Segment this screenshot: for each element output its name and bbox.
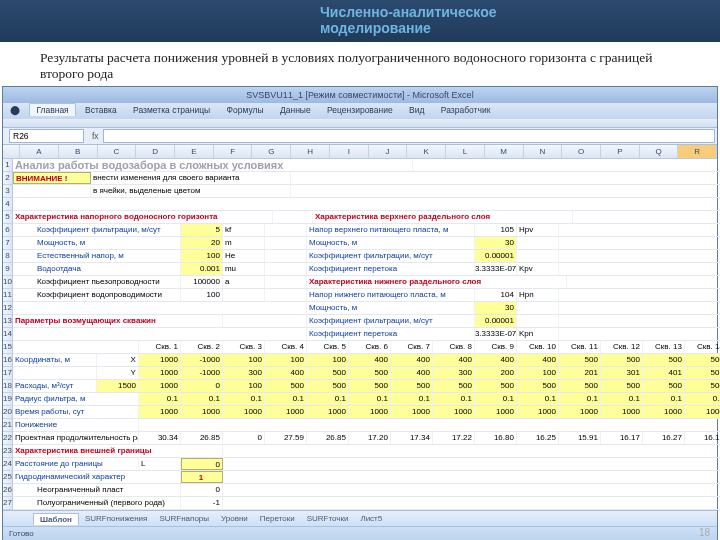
p3-2: Коэффициент фильтрации, м/сут — [307, 315, 475, 327]
wr4: Время работы, сут — [13, 406, 139, 418]
col-G[interactable]: G — [252, 145, 291, 158]
wr3: Радиус фильтра, м — [13, 393, 139, 405]
col-B[interactable]: B — [59, 145, 98, 158]
col-R[interactable]: R — [678, 145, 717, 158]
p2-0: Напор верхнего питающего пласта, м — [307, 224, 475, 236]
bound-0: Расстояние до границы — [13, 458, 139, 470]
p1-0: Коэффициент фильтрации, м/сут — [13, 224, 181, 236]
office-button[interactable]: ⬤ — [3, 103, 27, 117]
v2-1[interactable]: 30 — [475, 237, 517, 249]
col-M[interactable]: M — [485, 145, 524, 158]
cell-area[interactable]: Анализ работы водозабора в сложных услов… — [13, 159, 720, 510]
tab-view[interactable]: Вид — [402, 103, 431, 117]
well-header-row: Скв. 1Скв. 2Скв. 3Скв. 4Скв. 5Скв. 6Скв.… — [13, 341, 720, 354]
v3-2[interactable]: 0.00001 — [475, 315, 517, 327]
p1-1: Мощность, м — [13, 237, 181, 249]
v2-2[interactable]: 0.00001 — [475, 250, 517, 262]
u2-3: Kpv — [517, 263, 559, 275]
sheet-tab-2[interactable]: SURFнапоры — [153, 513, 215, 524]
p2-1: Мощность, м — [307, 237, 475, 249]
tab-dev[interactable]: Разработчик — [434, 103, 498, 117]
p1-5: Коэффициент водопроводимости — [13, 289, 181, 301]
col-D[interactable]: D — [136, 145, 175, 158]
spreadsheet-grid[interactable]: 1234567891011121314151617181920212223242… — [3, 159, 717, 510]
col-I[interactable]: I — [330, 145, 369, 158]
tab-formulas[interactable]: Формулы — [220, 103, 271, 117]
u2-1 — [517, 237, 559, 249]
v1-3[interactable]: 0.001 — [181, 263, 223, 275]
v2-0: 105 — [475, 224, 517, 236]
sheet-tab-6[interactable]: Лист5 — [354, 513, 388, 524]
p3-1: Мощность, м — [307, 302, 475, 314]
select-all[interactable] — [3, 145, 20, 158]
col-O[interactable]: O — [562, 145, 601, 158]
attention-text2: в ячейки, выделеные цветом — [91, 185, 291, 197]
section2-title: Характеристика верхнего раздельного слоя — [313, 211, 573, 223]
sheet-tab-5[interactable]: SURFточки — [301, 513, 355, 524]
tab-insert[interactable]: Вставка — [78, 103, 124, 117]
sheet-tab-active[interactable]: Шаблон — [33, 513, 79, 525]
col-Q[interactable]: Q — [640, 145, 679, 158]
tab-data[interactable]: Данные — [273, 103, 318, 117]
col-E[interactable]: E — [175, 145, 214, 158]
u1-4: a — [223, 276, 265, 288]
v3-1[interactable]: 30 — [475, 302, 517, 314]
section4-title: Параметры возмущающих скважин — [13, 315, 223, 327]
name-box[interactable]: R26 — [9, 129, 84, 143]
u3-1 — [517, 302, 559, 314]
tab-layout[interactable]: Разметка страницы — [126, 103, 217, 117]
v3-0: 104 — [475, 289, 517, 301]
col-P[interactable]: P — [601, 145, 640, 158]
column-headers: A B C D E F G H I J K L M N O P Q R — [3, 145, 717, 159]
sheet-tab-3[interactable]: Уровни — [215, 513, 254, 524]
ribbon-tabs: ⬤ Главная Вставка Разметка страницы Форм… — [3, 103, 717, 119]
bound-2-val: 0 — [181, 484, 223, 496]
p1-2: Естественный напор, м — [13, 250, 181, 262]
wr6: Проектная продолжительность работы — [13, 432, 139, 444]
col-L[interactable]: L — [446, 145, 485, 158]
sheet-title: Анализ работы водозабора в сложных услов… — [13, 159, 413, 171]
u2-0: Hpv — [517, 224, 559, 236]
bound-1: Гидродинамический характер — [13, 471, 181, 483]
u3-3: Kpn — [517, 328, 559, 340]
attention-text1: внести изменения для своего варианта — [91, 172, 291, 184]
v3-3: 3.3333E-07 — [475, 328, 517, 340]
wr0: Координаты, м — [13, 354, 97, 366]
u1-2: He — [223, 250, 265, 262]
col-H[interactable]: H — [291, 145, 330, 158]
u1-0: kf — [223, 224, 265, 236]
u1-5 — [223, 289, 265, 301]
formula-bar[interactable] — [103, 129, 715, 143]
sheet-tab-1[interactable]: SURFпонижения — [79, 513, 153, 524]
bound-2: Неограниченный пласт — [13, 484, 181, 496]
page-number: 18 — [699, 527, 710, 538]
col-C[interactable]: C — [98, 145, 137, 158]
u2-2 — [517, 250, 559, 262]
col-J[interactable]: J — [369, 145, 408, 158]
bound-3-val: -1 — [181, 497, 223, 509]
v1-2[interactable]: 100 — [181, 250, 223, 262]
excel-window: SVSBVU11_1 [Режим совместимости] - Micro… — [2, 86, 718, 540]
col-N[interactable]: N — [524, 145, 563, 158]
p2-3: Коэффициент перетока — [307, 263, 475, 275]
v1-5: 100 — [181, 289, 223, 301]
bound-1-val[interactable]: 1 — [181, 471, 223, 483]
v1-0[interactable]: 5 — [181, 224, 223, 236]
sheet-tab-4[interactable]: Перетоки — [254, 513, 301, 524]
fx-icon[interactable]: fx — [92, 131, 99, 141]
u1-3: mu — [223, 263, 265, 275]
col-K[interactable]: K — [407, 145, 446, 158]
p3-0: Напор нижнего питающего пласта, м — [307, 289, 475, 301]
attention-label: ВНИМАНИЕ ! — [13, 172, 91, 184]
tab-home[interactable]: Главная — [29, 103, 75, 116]
row-headers: 1234567891011121314151617181920212223242… — [3, 159, 13, 510]
section3-title: Характеристика нижнего раздельного слоя — [307, 276, 567, 288]
slide-title-band: Численно-аналитическоемоделирование — [0, 0, 720, 42]
u3-0: Hpn — [517, 289, 559, 301]
col-A[interactable]: A — [20, 145, 59, 158]
bound-0-val[interactable]: 0 — [181, 458, 223, 470]
v1-1[interactable]: 20 — [181, 237, 223, 249]
tab-review[interactable]: Рецензирование — [320, 103, 400, 117]
slide-subtitle: Результаты расчета понижения уровней в у… — [0, 42, 720, 86]
col-F[interactable]: F — [214, 145, 253, 158]
